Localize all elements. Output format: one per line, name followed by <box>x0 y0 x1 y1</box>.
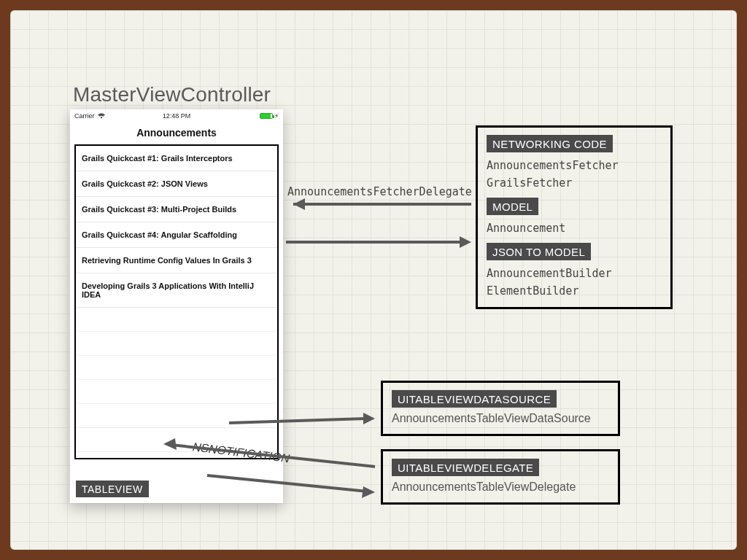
item-networking: GrailsFetcher <box>487 174 662 192</box>
heading-networking: NETWORKING CODE <box>487 135 613 152</box>
label-fetcher-delegate: AnnouncementsFetcherDelegate <box>287 185 472 198</box>
table-row: Grails Quickcast #1: Grails Interceptors <box>76 146 277 171</box>
item-model: Announcement <box>487 219 662 237</box>
status-bar: Carrier 12:48 PM ⚡︎ <box>70 109 283 122</box>
heading-delegate: UITABLEVIEWDELEGATE <box>392 459 539 476</box>
svg-marker-9 <box>362 486 375 498</box>
delegate-box: UITABLEVIEWDELEGATE AnnouncementsTableVi… <box>381 449 620 505</box>
item-datasource: AnnouncementsTableViewDataSource <box>392 412 609 425</box>
svg-marker-1 <box>293 198 305 210</box>
tableview: Grails Quickcast #1: Grails Interceptors… <box>74 144 279 459</box>
statusbar-time: 12:48 PM <box>142 112 210 120</box>
table-row: Grails Quickcast #2: JSON Views <box>76 171 277 197</box>
heading-datasource: UITABLEVIEWDATASOURCE <box>392 390 557 408</box>
paper-canvas: MasterViewController Carrier 12:48 PM ⚡︎… <box>10 10 737 550</box>
charging-icon: ⚡︎ <box>274 112 279 120</box>
item-delegate: AnnouncementsTableViewDelegate <box>392 481 609 494</box>
item-json: ElementBuilder <box>487 282 662 300</box>
table-row: Retrieving Runtime Config Values In Grai… <box>76 248 277 273</box>
page-title: MasterViewController <box>73 83 271 106</box>
table-row: Developing Grails 3 Applications With In… <box>76 273 277 308</box>
table-row: Grails Quickcast #4: Angular Scaffolding <box>76 222 277 248</box>
networking-box: NETWORKING CODE AnnouncementsFetcher Gra… <box>476 125 673 309</box>
table-row-empty <box>76 308 277 332</box>
table-row: Grails Quickcast #3: Multi-Project Build… <box>76 197 277 222</box>
heading-model: MODEL <box>487 198 538 215</box>
svg-marker-3 <box>460 236 471 248</box>
carrier-label: Carrier <box>74 112 95 120</box>
wifi-icon <box>98 113 105 119</box>
table-row-empty <box>76 356 277 380</box>
item-json: AnnouncementBuilder <box>487 265 662 282</box>
table-row-empty <box>76 380 277 404</box>
table-row-empty <box>76 404 277 428</box>
nav-title: Announcements <box>70 122 283 144</box>
battery-icon <box>260 113 273 119</box>
svg-marker-5 <box>363 413 375 424</box>
phone-mock: Carrier 12:48 PM ⚡︎ Announcements Grails… <box>70 109 283 503</box>
table-row-empty <box>76 332 277 356</box>
heading-json: JSON TO MODEL <box>487 243 591 260</box>
datasource-box: UITABLEVIEWDATASOURCE AnnouncementsTable… <box>381 381 620 436</box>
item-networking: AnnouncementsFetcher <box>487 157 662 174</box>
